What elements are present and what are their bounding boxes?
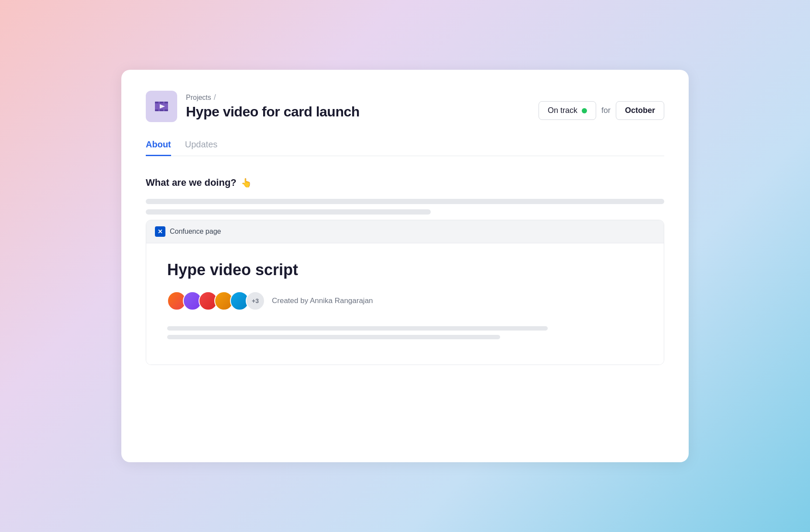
created-by-text: Created by Annika Rangarajan [272, 297, 373, 305]
avatars-row: +3 Created by Annika Rangarajan [167, 291, 643, 310]
month-badge[interactable]: October [616, 101, 664, 120]
skeleton-line-2 [146, 209, 431, 215]
svg-rect-5 [160, 102, 163, 103]
confluence-label: Confuence page [170, 228, 221, 235]
tab-updates[interactable]: Updates [185, 140, 218, 156]
confluence-doc-title: Hype video script [167, 261, 643, 279]
header-left: Projects / Hype video for card launch [146, 91, 360, 122]
tabs: About Updates [146, 140, 664, 156]
status-dot [582, 108, 587, 113]
breadcrumb-projects[interactable]: Projects [186, 94, 211, 102]
skeleton-line-1 [146, 199, 664, 204]
status-badge[interactable]: On track [539, 101, 596, 120]
breadcrumb: Projects / [186, 93, 360, 102]
avatar-extra-count: +3 [246, 291, 265, 310]
breadcrumb-separator: / [214, 93, 216, 102]
confluence-card-header: ✕ Confuence page [146, 220, 664, 243]
tab-about[interactable]: About [146, 140, 171, 156]
svg-rect-8 [165, 102, 166, 103]
section-what-doing: What are we doing? 👆 [146, 177, 664, 188]
header-text: Projects / Hype video for card launch [186, 93, 360, 120]
conf-skeleton-1 [167, 326, 548, 331]
confluence-icon: ✕ [155, 226, 165, 237]
header-right: On track for October [539, 101, 664, 120]
main-card: Projects / Hype video for card launch On… [121, 70, 689, 462]
project-icon [146, 91, 177, 122]
project-title: Hype video for card launch [186, 104, 360, 120]
film-icon [154, 99, 169, 114]
confluence-card[interactable]: ✕ Confuence page Hype video script +3 Cr… [146, 220, 664, 365]
confluence-body: Hype video script +3 Created by Annika R… [146, 243, 664, 365]
svg-rect-6 [160, 109, 163, 111]
section-title-text: What are we doing? [146, 177, 237, 188]
header: Projects / Hype video for card launch On… [146, 91, 664, 122]
status-label: On track [548, 106, 577, 115]
for-text: for [601, 106, 611, 115]
conf-skeleton-2 [167, 335, 500, 339]
cursor-hand-icon: 👆 [241, 177, 252, 188]
svg-rect-10 [165, 109, 166, 111]
svg-rect-7 [157, 102, 158, 103]
confluence-skeleton [167, 326, 643, 339]
svg-rect-9 [157, 109, 158, 111]
